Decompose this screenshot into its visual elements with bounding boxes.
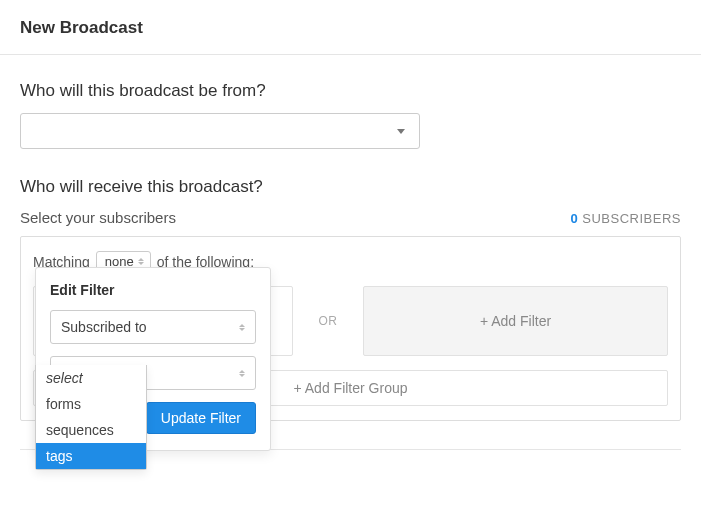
filter-type-select[interactable]: Subscribed to xyxy=(50,310,256,344)
sort-caret-icon xyxy=(138,258,144,265)
subscribers-row: Select your subscribers 0 SUBSCRIBERS xyxy=(20,209,681,226)
or-label: OR xyxy=(293,286,363,356)
sort-caret-icon xyxy=(239,370,245,377)
recipients-heading: Who will receive this broadcast? xyxy=(20,177,681,197)
from-heading: Who will this broadcast be from? xyxy=(20,81,681,101)
chevron-down-icon xyxy=(397,129,405,134)
add-filter-button[interactable]: + Add Filter xyxy=(363,286,668,356)
subscriber-count-label: SUBSCRIBERS xyxy=(582,211,681,226)
popover-title: Edit Filter xyxy=(50,282,256,298)
update-filter-button[interactable]: Update Filter xyxy=(146,402,256,434)
filter-type-value: Subscribed to xyxy=(61,319,147,335)
content: Who will this broadcast be from? Who wil… xyxy=(0,55,701,450)
dropdown-option-forms[interactable]: forms xyxy=(36,391,146,417)
subscriber-count-number: 0 xyxy=(570,211,578,226)
filters-box: Matching none of the following: OR + Add… xyxy=(20,236,681,421)
dropdown-option-select[interactable]: select xyxy=(36,365,146,391)
dropdown-option-sequences[interactable]: sequences xyxy=(36,417,146,443)
sort-caret-icon xyxy=(239,324,245,331)
page-title: New Broadcast xyxy=(0,0,701,55)
from-select[interactable] xyxy=(20,113,420,149)
dropdown-option-tags[interactable]: tags xyxy=(36,443,146,469)
subscriber-count: 0 SUBSCRIBERS xyxy=(570,211,681,226)
filter-value-dropdown: select forms sequences tags xyxy=(35,365,147,470)
select-subscribers-label: Select your subscribers xyxy=(20,209,176,226)
